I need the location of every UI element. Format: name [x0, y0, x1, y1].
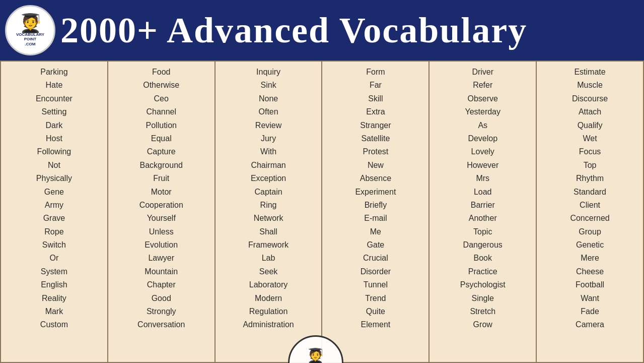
word-item: Channel — [146, 105, 176, 118]
word-item: Satellite — [361, 132, 390, 145]
word-item: Or — [50, 252, 59, 265]
word-item: Crucial — [363, 252, 388, 265]
logo-icon: 🧑‍🎓 — [19, 14, 42, 32]
word-item: Hate — [46, 79, 63, 92]
word-item: Topic — [473, 225, 492, 238]
word-item: Rope — [44, 225, 63, 238]
word-item: Single — [471, 292, 493, 305]
word-item: Setting — [42, 105, 67, 118]
word-item: Laboratory — [249, 278, 288, 291]
word-item: Motor — [151, 186, 172, 199]
word-item: Client — [580, 199, 600, 212]
word-item: Element — [361, 318, 391, 331]
word-item: English — [41, 278, 67, 291]
word-item: Load — [474, 186, 492, 199]
word-item: Disorder — [361, 265, 391, 278]
word-item: Qualify — [578, 119, 603, 132]
word-item: Cooperation — [139, 199, 183, 212]
word-item: Muscle — [577, 79, 603, 92]
word-item: Develop — [468, 132, 497, 145]
word-item: Pollution — [146, 119, 177, 132]
word-item: Jury — [261, 132, 276, 145]
word-item: With — [260, 145, 276, 158]
word-item: Observe — [467, 92, 497, 105]
vocabulary-column-col4: FormFarSkillExtraStrangerSatelliteProtes… — [322, 62, 430, 362]
vocabulary-grid: ParkingHateEncounterSettingDarkHostFollo… — [0, 60, 644, 363]
word-item: Chapter — [147, 278, 176, 291]
word-item: Ceo — [154, 92, 169, 105]
word-item: Camera — [576, 318, 604, 331]
word-item: Custom — [40, 318, 68, 331]
word-item: Rhythm — [576, 172, 604, 185]
word-item: Experiment — [355, 186, 396, 199]
word-item: Army — [45, 199, 63, 212]
word-item: Captain — [254, 186, 282, 199]
vocabulary-column-col5: DriverReferObserveYesterdayAsDevelopLove… — [430, 62, 537, 362]
word-item: Equal — [151, 132, 172, 145]
word-item: Want — [581, 292, 599, 305]
word-item: Me — [370, 225, 381, 238]
word-item: Ring — [260, 199, 277, 212]
word-item: Grow — [473, 318, 492, 331]
word-item: Form — [366, 66, 385, 79]
vocabulary-column-col2: FoodOtherwiseCeoChannelPollutionEqualCap… — [108, 62, 216, 362]
word-item: Top — [584, 159, 597, 172]
word-item: Wet — [583, 132, 597, 145]
word-item: Sink — [261, 79, 276, 92]
word-item: Capture — [147, 145, 176, 158]
word-item: Not — [48, 159, 60, 172]
word-item: Barrier — [471, 199, 495, 212]
word-item: Chairman — [251, 159, 285, 172]
word-item: Skill — [368, 92, 383, 105]
word-item: Tunnel — [364, 278, 388, 291]
word-item: Administration — [243, 318, 294, 331]
word-item: Mrs — [476, 172, 489, 185]
word-item: Briefly — [365, 199, 387, 212]
word-item: Exception — [251, 172, 286, 185]
word-item: Group — [579, 225, 601, 238]
word-item: Shall — [259, 225, 277, 238]
word-item: System — [41, 265, 67, 278]
word-item: Grave — [43, 212, 65, 225]
word-item: Extra — [366, 105, 385, 118]
word-item: Review — [255, 119, 281, 132]
word-item: Dangerous — [463, 238, 503, 252]
word-item: Fade — [581, 305, 599, 318]
word-item: Concerned — [570, 212, 609, 225]
content-wrapper: ParkingHateEncounterSettingDarkHostFollo… — [0, 60, 644, 363]
word-item: Trend — [365, 292, 386, 305]
word-item: Attach — [579, 105, 601, 118]
word-item: Switch — [42, 238, 66, 252]
word-item: As — [478, 119, 487, 132]
logo-text: VOCABULARYPOINT.COM — [16, 32, 44, 47]
word-item: Encounter — [36, 92, 73, 105]
word-item: Focus — [579, 145, 601, 158]
word-item: New — [368, 159, 384, 172]
word-item: Mark — [45, 305, 63, 318]
word-item: Cheese — [576, 265, 604, 278]
word-item: Yourself — [147, 212, 176, 225]
word-item: Stretch — [470, 305, 495, 318]
word-item: Modern — [255, 292, 282, 305]
word-item: Host — [46, 132, 62, 145]
word-item: Good — [152, 292, 171, 305]
vocabulary-column-col1: ParkingHateEncounterSettingDarkHostFollo… — [1, 62, 108, 362]
page-title: 2000+ Advanced Vocabulary — [60, 10, 527, 51]
word-item: Genetic — [576, 238, 604, 252]
word-item: E-mail — [364, 212, 387, 225]
word-item: Absence — [360, 172, 391, 185]
word-item: Seek — [259, 265, 277, 278]
word-item: Psychologist — [460, 278, 506, 291]
word-item: Discourse — [572, 92, 608, 105]
word-item: Physically — [36, 172, 72, 185]
word-item: Strongly — [147, 305, 176, 318]
word-item: Gate — [367, 238, 385, 252]
word-item: Inquiry — [256, 66, 280, 79]
watermark-icon: 🧑‍🎓 — [307, 349, 324, 363]
word-item: Parking — [40, 66, 67, 79]
word-item: Lab — [262, 252, 275, 265]
word-item: Fruit — [153, 172, 169, 185]
word-item: Network — [254, 212, 283, 225]
vocabulary-column-col6: EstimateMuscleDiscourseAttachQualifyWetF… — [537, 62, 643, 362]
word-item: Lovely — [471, 145, 494, 158]
